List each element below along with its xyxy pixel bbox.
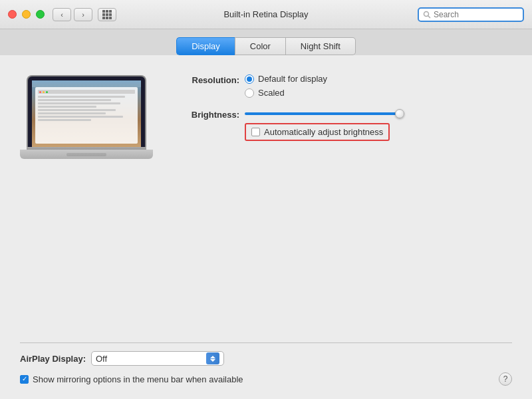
screen-close-dot [39,91,41,93]
screen-line [38,109,116,111]
svg-point-0 [424,11,429,16]
airplay-select[interactable]: Off [91,351,224,366]
search-icon [423,11,431,19]
resolution-default-option[interactable]: Default for display [245,74,327,84]
screen-min-dot [43,91,45,93]
brightness-slider[interactable] [245,108,404,119]
brightness-slider-row [245,108,404,119]
screen-line [38,96,125,98]
slider-thumb[interactable] [395,109,404,118]
laptop-base [20,150,153,159]
screen-line [38,112,106,114]
forward-button[interactable]: › [74,8,92,21]
tab-display[interactable]: Display [176,37,235,55]
grid-icon [102,10,112,19]
screen-menubar [32,80,141,87]
airplay-label: AirPlay Display: [20,354,86,364]
main-content: Display Color Night Shift [0,29,532,399]
resolution-control: Default for display Scaled [245,74,327,98]
screen-line [38,102,120,104]
checkmark-icon: ✓ [22,376,27,382]
screen-window-bar [38,90,135,94]
screen-lines [38,96,135,121]
chevron-up-icon [210,356,215,358]
resolution-row: Resolution: Default for display Scaled [173,74,512,98]
airplay-row: AirPlay Display: Off [20,351,512,366]
tabs-bar: Display Color Night Shift [0,29,532,55]
svg-line-1 [428,15,431,18]
titlebar: ‹ › Built-in Retina Display [0,0,532,29]
screen-line [38,119,91,121]
search-box[interactable] [418,7,524,22]
tab-night-shift[interactable]: Night Shift [286,37,356,55]
laptop-preview [20,68,153,342]
traffic-lights [8,10,45,19]
brightness-label: Brightness: [173,108,239,120]
tab-color[interactable]: Color [235,37,286,55]
brightness-row: Brightness: Automat [173,108,512,141]
auto-brightness-row: Automatically adjust brightness [245,123,404,141]
laptop-screen [27,75,146,147]
panel: Resolution: Default for display Scaled [0,55,532,399]
screen-desktop [32,80,141,147]
mirroring-label: Show mirroring options in the menu bar w… [33,374,243,384]
screen-line [38,106,96,108]
bottom-section: AirPlay Display: Off ✓ Show mirroring op… [20,342,512,386]
resolution-scaled-option[interactable]: Scaled [245,88,327,98]
brightness-control: Automatically adjust brightness [245,108,404,141]
screen-line [38,116,123,118]
display-section: Resolution: Default for display Scaled [20,68,512,342]
screen-window [35,87,138,144]
grid-button[interactable] [98,8,116,21]
screen-max-dot [46,91,48,93]
resolution-scaled-radio[interactable] [245,88,254,98]
search-input[interactable] [434,10,519,19]
resolution-default-label: Default for display [258,74,327,84]
resolution-scaled-label: Scaled [258,88,285,98]
bottom-flex: ✓ Show mirroring options in the menu bar… [20,372,512,386]
auto-brightness-wrapper[interactable]: Automatically adjust brightness [245,123,390,141]
auto-brightness-checkbox[interactable] [251,128,260,136]
airplay-value: Off [96,354,206,364]
close-button[interactable] [8,10,17,19]
screen-content-area [32,80,141,147]
slider-track [245,112,404,115]
minimize-button[interactable] [22,10,31,19]
help-button[interactable]: ? [499,372,512,386]
mirroring-row: ✓ Show mirroring options in the menu bar… [20,374,243,384]
resolution-label: Resolution: [173,74,239,85]
maximize-button[interactable] [36,10,45,19]
auto-brightness-label: Automatically adjust brightness [264,127,383,137]
mirroring-checkbox[interactable]: ✓ [20,375,29,384]
nav-buttons: ‹ › [53,8,92,21]
screen-line [38,99,111,101]
resolution-default-radio[interactable] [245,74,254,84]
laptop-trackpad [66,153,106,156]
back-button[interactable]: ‹ [53,8,71,21]
radio-inner [247,76,252,82]
airplay-chevron-icon [206,352,219,364]
window-title: Built-in Retina Display [223,9,308,19]
settings-area: Resolution: Default for display Scaled [173,68,512,342]
chevron-down-icon [210,359,215,362]
laptop-image [20,75,153,159]
